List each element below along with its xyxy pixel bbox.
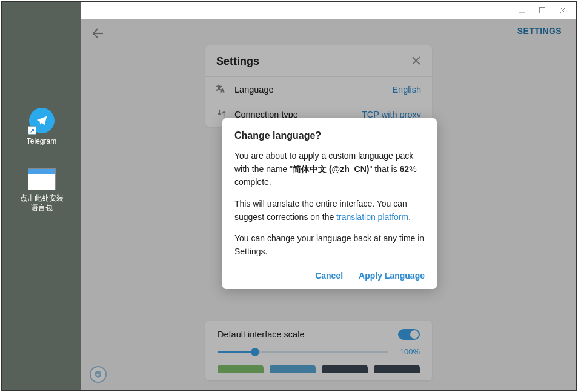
desktop-icon-label: Telegram — [27, 136, 56, 146]
window-titlebar — [81, 2, 576, 19]
translation-platform-link[interactable]: translation platform — [336, 212, 408, 222]
svg-rect-1 — [540, 8, 545, 13]
modal-paragraph-3: You can change your language back at any… — [234, 232, 425, 258]
apply-language-button[interactable]: Apply Language — [359, 271, 425, 281]
modal-paragraph-2: This will translate the entire interface… — [234, 198, 425, 224]
shortcut-arrow-icon: ↗ — [28, 126, 36, 135]
change-language-modal: Change language? You are about to apply … — [222, 118, 437, 289]
desktop-icon-telegram[interactable]: ↗ Telegram — [2, 108, 81, 146]
cancel-button[interactable]: Cancel — [315, 271, 343, 281]
desktop-icon-langpack[interactable]: 点击此处安装 语言包 — [2, 168, 81, 213]
modal-paragraph-1: You are about to apply a custom language… — [234, 150, 425, 189]
document-icon — [28, 168, 56, 190]
telegram-icon: ↗ — [29, 108, 55, 133]
desktop-background: ↗ Telegram 点击此处安装 语言包 — [2, 2, 81, 390]
modal-title: Change language? — [234, 130, 425, 141]
window-close-button[interactable] — [553, 3, 573, 18]
window-maximize-button[interactable] — [533, 3, 552, 18]
desktop-icon-label: 点击此处安装 语言包 — [20, 193, 64, 213]
window-minimize-button[interactable] — [512, 3, 531, 18]
